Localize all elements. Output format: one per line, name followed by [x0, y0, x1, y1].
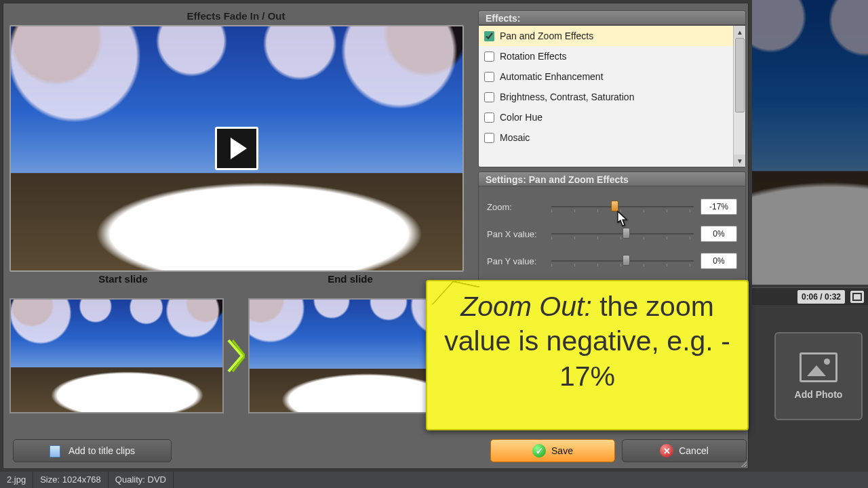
hint-tooltip: Zoom Out: the zoom value is negative, e.…	[426, 280, 749, 430]
start-slide-thumb[interactable]	[9, 298, 224, 413]
setting-panx-label: Pan X value:	[487, 229, 551, 239]
effect-label: Rotation Effects	[500, 46, 567, 66]
slide-labels: Start slide End slide	[9, 273, 464, 288]
panx-slider[interactable]	[551, 226, 694, 241]
scroll-up-icon[interactable]: ▲	[734, 26, 746, 38]
effect-label: Automatic Enhancement	[500, 66, 604, 87]
status-size: Size: 1024x768	[33, 472, 108, 488]
effect-bcs[interactable]: Brightness, Contrast, Saturation	[479, 87, 745, 107]
resize-grip-icon[interactable]	[739, 460, 747, 467]
setting-zoom: Zoom: -17%	[487, 193, 737, 220]
settings-body: Zoom: -17% Pan X value: 0% Pan Y value:	[478, 186, 746, 288]
effect-color-hue[interactable]: Color Hue	[479, 107, 745, 127]
add-photo-tile[interactable]: Add Photo	[774, 332, 863, 420]
cancel-icon: ✕	[660, 444, 673, 458]
effect-auto-enhance[interactable]: Automatic Enhancement	[479, 66, 745, 87]
tooltip-em: Zoom Out:	[460, 291, 592, 322]
setting-pany-label: Pan Y value:	[487, 256, 551, 266]
play-icon	[231, 138, 247, 159]
effects-header: Effects:	[478, 10, 746, 25]
add-clip-icon	[50, 444, 63, 458]
effect-pan-zoom[interactable]: Pan and Zoom Effects	[479, 26, 745, 46]
status-quality: Quality: DVD	[108, 472, 174, 488]
effects-scrollbar[interactable]: ▲ ▼	[733, 26, 745, 167]
effects-list: Pan and Zoom Effects Rotation Effects Au…	[478, 25, 746, 167]
scroll-down-icon[interactable]: ▼	[734, 155, 746, 167]
cancel-button-label: Cancel	[679, 445, 709, 456]
setting-panx: Pan X value: 0%	[487, 220, 737, 247]
zoom-slider[interactable]	[551, 199, 694, 214]
effect-pan-zoom-checkbox[interactable]	[484, 31, 494, 41]
effect-auto-enhance-checkbox[interactable]	[484, 72, 494, 82]
preview-title: Effects Fade In / Out	[9, 10, 463, 22]
effect-label: Color Hue	[500, 107, 542, 127]
pany-slider[interactable]	[551, 253, 694, 268]
pany-slider-knob[interactable]	[623, 255, 630, 266]
effects-dialog: Effects Fade In / Out Start slide End sl…	[3, 3, 749, 469]
save-button[interactable]: ✓ Save	[490, 439, 615, 462]
preview-image	[11, 26, 462, 270]
setting-zoom-label: Zoom:	[487, 202, 551, 212]
ok-icon: ✓	[532, 444, 546, 458]
add-photo-label: Add Photo	[795, 389, 843, 400]
setting-pany: Pan Y value: 0%	[487, 247, 737, 274]
play-button[interactable]	[215, 127, 258, 170]
playback-time: 0:06 / 0:32	[797, 290, 845, 304]
app-root: Effects Fade In / Out Start slide End sl…	[0, 0, 868, 488]
start-slide-label: Start slide	[9, 273, 237, 288]
panx-value[interactable]: 0%	[701, 226, 737, 242]
effect-color-hue-checkbox[interactable]	[484, 113, 494, 123]
preview-frame	[9, 25, 464, 272]
add-button-label: Add to title clips	[68, 445, 135, 456]
pany-value[interactable]: 0%	[701, 253, 737, 269]
add-to-title-clips-button[interactable]: Add to title clips	[13, 439, 172, 462]
effect-label: Mosaic	[500, 127, 530, 148]
slide-thumbnails	[9, 288, 464, 424]
scroll-thumb[interactable]	[735, 38, 745, 113]
effect-rotation-checkbox[interactable]	[484, 52, 494, 62]
zoom-value[interactable]: -17%	[701, 199, 737, 215]
save-button-label: Save	[551, 445, 573, 456]
photo-icon	[800, 352, 837, 382]
zoom-slider-knob[interactable]	[611, 201, 618, 211]
effect-mosaic-checkbox[interactable]	[484, 133, 494, 143]
settings-header: Settings: Pan and Zoom Effects	[478, 171, 746, 186]
effect-mosaic[interactable]: Mosaic	[479, 127, 745, 148]
arrow-icon	[224, 298, 248, 413]
cancel-button[interactable]: ✕ Cancel	[622, 439, 747, 462]
effect-label: Pan and Zoom Effects	[500, 26, 593, 46]
fullscreen-button[interactable]	[850, 291, 864, 303]
effect-bcs-checkbox[interactable]	[484, 92, 494, 102]
panx-slider-knob[interactable]	[623, 228, 630, 239]
effect-rotation[interactable]: Rotation Effects	[479, 46, 745, 66]
playback-bar: 0:06 / 0:32	[752, 287, 868, 305]
status-bar: 2.jpg Size: 1024x768 Quality: DVD	[0, 472, 868, 488]
side-preview-image	[752, 0, 868, 285]
status-filename: 2.jpg	[0, 472, 33, 488]
effect-label: Brightness, Contrast, Saturation	[500, 87, 634, 107]
